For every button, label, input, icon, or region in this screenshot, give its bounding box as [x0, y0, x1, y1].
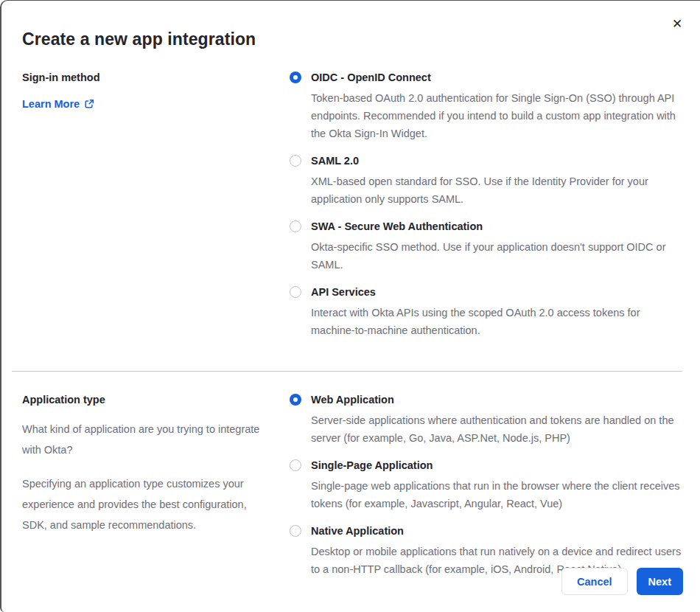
radio-option-saml[interactable]: SAML 2.0 XML-based open standard for SSO…: [290, 155, 682, 208]
sign-in-method-left-column: Sign-in method Learn More: [22, 72, 273, 111]
application-type-question: What kind of application are you trying …: [22, 419, 273, 460]
sign-in-method-options: OIDC - OpenID Connect Token-based OAuth …: [290, 72, 682, 339]
option-description: Single-page web applications that run in…: [311, 477, 682, 512]
application-type-label: Application type: [22, 394, 273, 406]
option-label: Native Application: [311, 525, 682, 537]
radio-button-single-page-application[interactable]: [290, 459, 301, 471]
learn-more-link[interactable]: Learn More: [22, 98, 94, 110]
option-description: Token-based OAuth 2.0 authentication for…: [311, 89, 682, 142]
application-type-options: Web Application Server-side applications…: [290, 394, 682, 578]
radio-button-saml[interactable]: [290, 155, 301, 167]
create-app-integration-modal: ✕ Create a new app integration Sign-in m…: [0, 0, 700, 612]
close-icon: ✕: [672, 18, 682, 30]
radio-button-web-application[interactable]: [290, 394, 301, 406]
option-description: Server-side applications where authentic…: [311, 411, 682, 447]
option-description: XML-based open standard for SSO. Use if …: [311, 173, 682, 208]
application-type-help-text: Specifying an application type customize…: [22, 473, 273, 535]
next-button[interactable]: Next: [637, 568, 683, 595]
radio-option-swa[interactable]: SWA - Secure Web Authentication Okta-spe…: [290, 220, 682, 274]
option-label: SWA - Secure Web Authentication: [311, 220, 682, 232]
section-sign-in-method: Sign-in method Learn More OIDC - OpenID …: [22, 72, 682, 339]
section-divider: [12, 371, 682, 372]
option-label: API Services: [311, 286, 682, 298]
sign-in-method-label: Sign-in method: [22, 72, 273, 83]
radio-button-api-services[interactable]: [290, 286, 301, 298]
option-description: Interact with Okta APIs using the scoped…: [311, 304, 682, 339]
modal-footer: Cancel Next: [561, 568, 683, 595]
cancel-button[interactable]: Cancel: [561, 568, 628, 595]
section-application-type: Application type What kind of applicatio…: [22, 394, 682, 578]
modal-title: Create a new app integration: [22, 29, 682, 49]
radio-option-api-services[interactable]: API Services Interact with Okta APIs usi…: [290, 286, 682, 339]
radio-option-web-application[interactable]: Web Application Server-side applications…: [290, 394, 682, 447]
option-label: Single-Page Application: [311, 459, 682, 471]
radio-button-native-application[interactable]: [290, 525, 301, 537]
option-label: Web Application: [311, 394, 682, 406]
radio-button-oidc[interactable]: [290, 72, 301, 83]
option-label: SAML 2.0: [311, 155, 682, 167]
application-type-left-column: Application type What kind of applicatio…: [22, 394, 273, 535]
external-link-icon: [84, 99, 94, 109]
radio-option-single-page-application[interactable]: Single-Page Application Single-page web …: [290, 459, 682, 512]
close-button[interactable]: ✕: [668, 14, 687, 33]
radio-option-oidc[interactable]: OIDC - OpenID Connect Token-based OAuth …: [290, 72, 682, 142]
option-label: OIDC - OpenID Connect: [311, 72, 682, 83]
learn-more-label: Learn More: [22, 98, 80, 110]
option-description: Okta-specific SSO method. Use if your ap…: [311, 238, 682, 274]
radio-button-swa[interactable]: [290, 220, 301, 232]
